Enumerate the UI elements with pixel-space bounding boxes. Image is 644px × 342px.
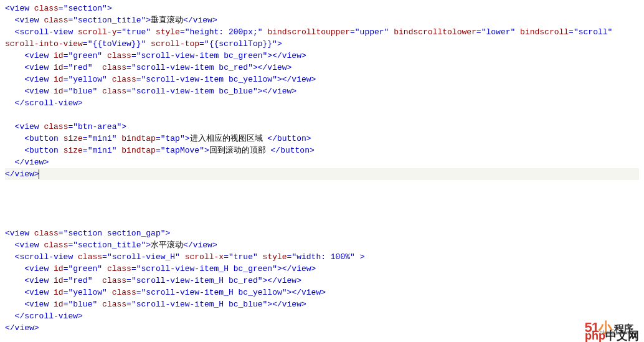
code-line[interactable]: <view class="section section_gap"> [5, 227, 639, 239]
code-line[interactable]: <view id="green" class="scroll-view-item… [5, 50, 639, 62]
code-line[interactable]: </view> [5, 322, 639, 334]
code-line[interactable]: <button size="mini" bindtap="tapMove">回到… [5, 145, 639, 156]
code-line[interactable]: </view> [5, 156, 639, 168]
code-line[interactable]: <view id="red" class="scroll-view-item b… [5, 62, 639, 74]
code-line[interactable]: <view id="red" class="scroll-view-item_H… [5, 275, 639, 287]
code-line[interactable]: <view class="section_title">水平滚动</view> [5, 239, 639, 251]
text-cursor [39, 169, 39, 179]
code-line[interactable] [5, 109, 639, 121]
code-line[interactable]: <view class="section_title">垂直滚动</view> [5, 14, 639, 26]
code-line[interactable]: scroll-into-view="{{toView}}" scroll-top… [5, 38, 639, 50]
code-line[interactable]: <scroll-view class="scroll-view_H" scrol… [5, 251, 639, 263]
code-editor[interactable]: <view class="section"> <view class="sect… [5, 2, 639, 334]
code-line[interactable]: <button size="mini" bindtap="tap">进入相应的视… [5, 133, 639, 145]
code-line[interactable]: </scroll-view> [5, 97, 639, 109]
watermark-php: php中文网 [585, 330, 639, 336]
code-line[interactable]: <view id="blue" class="scroll-view-item_… [5, 298, 639, 310]
code-line[interactable]: <view id="yellow" class="scroll-view-ite… [5, 74, 639, 85]
code-line[interactable]: <view id="blue" class="scroll-view-item … [5, 85, 639, 97]
code-line[interactable]: <view class="section"> [5, 2, 639, 14]
code-line[interactable]: <view class="btn-area"> [5, 121, 639, 133]
code-line[interactable]: </scroll-view> [5, 310, 639, 322]
code-line[interactable]: <view id="yellow" class="scroll-view-ite… [5, 287, 639, 298]
blank-gap [5, 180, 639, 227]
code-line[interactable]: </view> [5, 168, 639, 180]
code-line[interactable]: <view id="green" class="scroll-view-item… [5, 263, 639, 275]
code-line[interactable]: <scroll-view scroll-y="true" style="heig… [5, 26, 639, 38]
